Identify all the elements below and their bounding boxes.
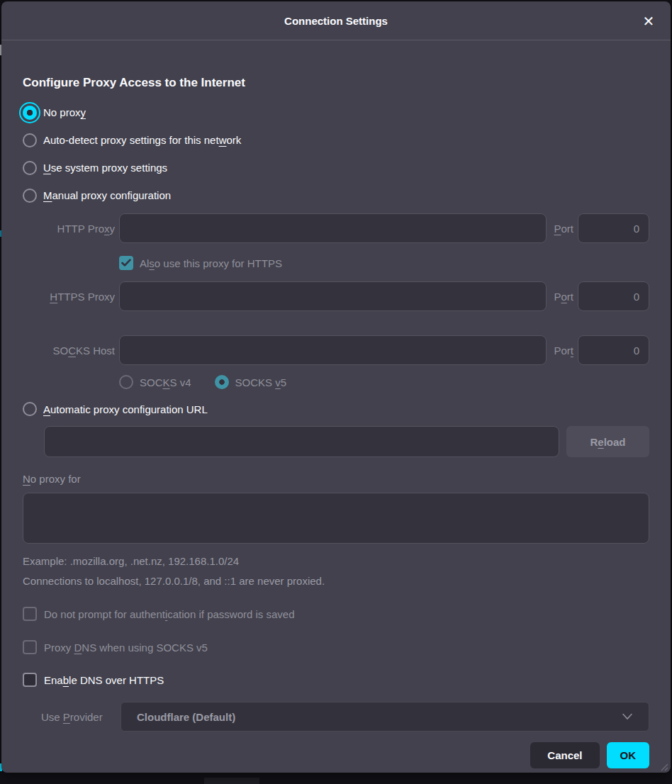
- dialog-body: Configure Proxy Access to the Internet N…: [1, 74, 671, 768]
- section-heading: Configure Proxy Access to the Internet: [23, 74, 649, 91]
- http-proxy-row: HTTP Proxy Port: [23, 213, 649, 243]
- no-proxy-radio[interactable]: [23, 106, 37, 120]
- socks-port-input: [578, 335, 649, 365]
- manual-proxy-label: Manual proxy configuration: [43, 189, 171, 201]
- no-proxy-for-label: No proxy for: [23, 473, 649, 487]
- use-provider-label: Use Provider: [41, 711, 121, 723]
- localhost-note-text: Connections to localhost, 127.0.0.1/8, a…: [23, 575, 649, 589]
- https-proxy-input: [119, 281, 547, 311]
- auto-detect-radio[interactable]: [23, 133, 37, 147]
- http-port-input: [578, 213, 649, 243]
- system-proxy-radio[interactable]: [23, 161, 37, 175]
- proxy-dns-checkbox: [23, 640, 37, 654]
- radio-row-auto-detect[interactable]: Auto-detect proxy settings for this netw…: [23, 126, 649, 154]
- also-https-checkbox: [119, 256, 133, 270]
- http-proxy-input: [119, 213, 547, 243]
- auto-url-label: Automatic proxy configuration URL: [43, 403, 208, 415]
- system-proxy-label: Use system proxy settings: [43, 162, 167, 174]
- socks-v4-label: SOCKS v4: [140, 376, 191, 388]
- doh-provider-value: Cloudflare (Default): [137, 711, 235, 723]
- http-proxy-label: HTTP Proxy: [23, 223, 115, 235]
- radio-row-auto-url[interactable]: Automatic proxy configuration URL: [23, 399, 649, 419]
- check-icon: [121, 259, 131, 267]
- no-prompt-auth-row: Do not prompt for authentication if pass…: [23, 603, 649, 625]
- enable-doh-row[interactable]: Enable DNS over HTTPS: [23, 669, 649, 690]
- socks-host-label: SOCKS Host: [23, 345, 115, 357]
- dialog-titlebar: Connection Settings ✕: [1, 1, 671, 40]
- auto-detect-label: Auto-detect proxy settings for this netw…: [43, 134, 241, 146]
- https-port-label: Port: [554, 291, 573, 303]
- no-proxy-example-text: Example: .mozilla.org, .net.nz, 192.168.…: [23, 555, 649, 569]
- radio-row-manual-proxy[interactable]: Manual proxy configuration: [23, 181, 649, 209]
- close-icon[interactable]: ✕: [638, 11, 659, 32]
- socks-v5-radio: [215, 375, 229, 389]
- socks-version-row: SOCKS v4 SOCKS v5: [119, 374, 649, 391]
- https-proxy-label: HTTPS Proxy: [23, 291, 115, 303]
- radio-row-system-proxy[interactable]: Use system proxy settings: [23, 154, 649, 181]
- proxy-mode-radio-group: No proxy Auto-detect proxy settings for …: [23, 99, 649, 209]
- backdrop-page-fragment: [204, 778, 259, 784]
- auto-url-radio[interactable]: [23, 402, 37, 416]
- socks-host-row: SOCKS Host Port: [23, 335, 649, 365]
- https-port-input: [578, 281, 649, 311]
- cancel-button[interactable]: Cancel: [530, 742, 599, 768]
- manual-proxy-radio[interactable]: [23, 189, 37, 203]
- doh-provider-dropdown: Cloudflare (Default): [121, 702, 649, 732]
- auto-url-row: Reload: [44, 426, 649, 457]
- enable-doh-label: Enable DNS over HTTPS: [44, 674, 164, 686]
- doh-provider-row: Use Provider Cloudflare (Default): [23, 702, 649, 732]
- socks-port-label: Port: [554, 345, 573, 357]
- enable-doh-checkbox[interactable]: [23, 673, 37, 687]
- connection-settings-dialog: Connection Settings ✕ Configure Proxy Ac…: [1, 1, 671, 773]
- http-port-label: Port: [554, 223, 573, 235]
- proxy-dns-row: Proxy DNS when using SOCKS v5: [23, 637, 649, 658]
- chevron-down-icon: [622, 713, 633, 720]
- socks-v5-label: SOCKS v5: [235, 376, 287, 388]
- socks-v4-radio: [119, 375, 133, 389]
- no-prompt-auth-checkbox: [23, 607, 37, 621]
- socks-host-input: [119, 335, 547, 365]
- no-proxy-label: No proxy: [43, 106, 86, 118]
- resize-grip-icon[interactable]: [658, 761, 668, 771]
- dialog-title: Connection Settings: [284, 15, 388, 27]
- no-proxy-for-textarea: [23, 493, 649, 544]
- https-proxy-row: HTTPS Proxy Port: [23, 281, 649, 311]
- ok-button[interactable]: OK: [607, 742, 650, 768]
- dialog-footer: Cancel OK: [23, 742, 649, 768]
- radio-row-no-proxy[interactable]: No proxy: [23, 99, 649, 126]
- auto-url-input: [44, 426, 559, 457]
- no-prompt-auth-label: Do not prompt for authentication if pass…: [44, 608, 295, 620]
- proxy-dns-label: Proxy DNS when using SOCKS v5: [44, 642, 208, 654]
- reload-button: Reload: [566, 426, 649, 457]
- also-https-row: Also use this proxy for HTTPS: [119, 253, 649, 273]
- also-https-label: Also use this proxy for HTTPS: [140, 257, 282, 269]
